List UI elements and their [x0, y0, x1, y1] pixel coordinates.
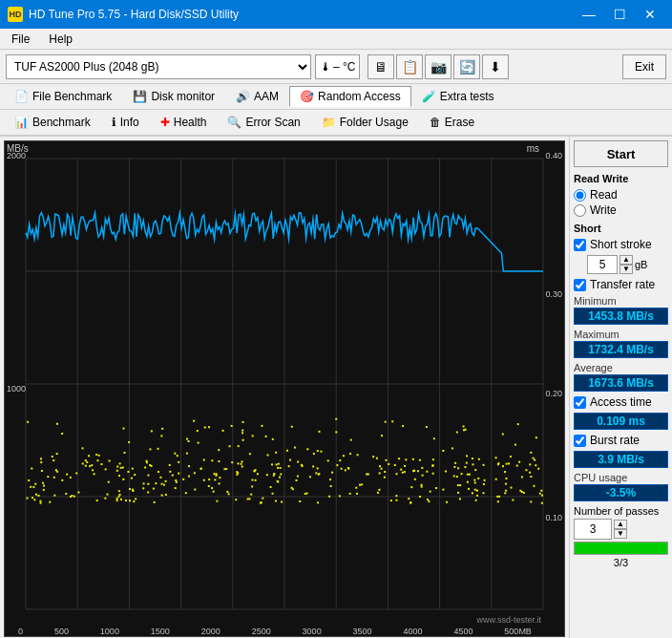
- y-val-ms-040: 0.40: [545, 151, 562, 160]
- y-val-2000: 2000: [7, 151, 26, 160]
- x-label-0: 0: [18, 627, 23, 636]
- drive-select[interactable]: TUF AS2000 Plus (2048 gB): [6, 54, 311, 79]
- toolbar-btn-1[interactable]: 🖥: [368, 54, 394, 79]
- tab-benchmark[interactable]: 📊 Benchmark: [4, 112, 101, 133]
- access-time-label: Access time: [590, 395, 652, 409]
- short-stroke-checkbox-label[interactable]: Short stroke: [574, 238, 668, 251]
- progress-text: 3/3: [574, 557, 668, 568]
- average-value: 1673.6 MB/s: [574, 374, 668, 392]
- extra-tests-icon: 🧪: [422, 90, 436, 103]
- x-label-4000: 4000: [403, 627, 422, 636]
- y-axis-label-ms: ms: [527, 143, 539, 154]
- minimum-value: 1453.8 MB/s: [574, 308, 668, 325]
- x-label-4500: 4500: [453, 627, 472, 636]
- passes-down-button[interactable]: ▼: [614, 529, 627, 539]
- tab-erase-label: Erase: [445, 116, 474, 129]
- chart-canvas: [5, 141, 564, 625]
- write-label: Write: [590, 203, 617, 217]
- close-button[interactable]: ✕: [636, 0, 664, 29]
- temperature-value: – °C: [333, 60, 355, 74]
- radio-write[interactable]: [574, 204, 586, 217]
- main-content: MB/s ms 2000 1000 0.40 0.30 0.20 0.10 0 …: [0, 137, 672, 638]
- toolbar-btn-3[interactable]: 📷: [425, 54, 452, 79]
- passes-input[interactable]: [574, 519, 612, 540]
- minimize-button[interactable]: —: [575, 0, 603, 29]
- tab-disk-monitor[interactable]: 💾 Disk monitor: [122, 86, 225, 107]
- tab-info[interactable]: ℹ Info: [101, 112, 150, 133]
- toolbar-btn-4[interactable]: 🔄: [453, 54, 480, 79]
- maximize-button[interactable]: ☐: [605, 0, 634, 29]
- tab-extra-tests[interactable]: 🧪 Extra tests: [411, 86, 505, 107]
- passes-spin: ▲ ▼: [614, 520, 627, 539]
- tab-disk-monitor-label: Disk monitor: [151, 90, 215, 103]
- tab-extra-tests-label: Extra tests: [440, 90, 494, 103]
- transfer-rate-checkbox[interactable]: [574, 279, 586, 291]
- right-panel: Start Read Write Read Write Short Short …: [569, 137, 672, 638]
- passes-up-button[interactable]: ▲: [614, 520, 627, 529]
- radio-read[interactable]: [574, 189, 586, 202]
- chart-container: MB/s ms 2000 1000 0.40 0.30 0.20 0.10 0 …: [4, 140, 565, 637]
- tab-erase[interactable]: 🗑 Erase: [419, 112, 485, 133]
- tab-random-access[interactable]: 🎯 Random Access: [289, 86, 411, 107]
- stroke-up-button[interactable]: ▲: [620, 255, 633, 265]
- stroke-down-button[interactable]: ▼: [620, 265, 633, 274]
- toolbar-btn-5[interactable]: ⬇: [482, 54, 509, 79]
- tab-health-label: Health: [174, 116, 207, 129]
- stat-maximum: Maximum 1732.4 MB/s: [574, 329, 668, 358]
- radio-read-label[interactable]: Read: [574, 188, 668, 202]
- maximum-label: Maximum: [574, 329, 668, 340]
- tab-file-benchmark[interactable]: 📄 File Benchmark: [4, 86, 122, 107]
- passes-section: Number of passes ▲ ▼ 3/3: [574, 505, 668, 568]
- burst-rate-value: 3.9 MB/s: [574, 451, 668, 468]
- benchmark-icon: 📊: [14, 116, 29, 129]
- tab-file-benchmark-label: File Benchmark: [32, 90, 112, 103]
- toolbar: TUF AS2000 Plus (2048 gB) 🌡 – °C 🖥 📋 📷 🔄…: [0, 50, 672, 84]
- stat-minimum: Minimum 1453.8 MB/s: [574, 295, 668, 325]
- y-val-1000: 1000: [7, 384, 26, 393]
- stat-cpu: CPU usage -3.5%: [574, 472, 668, 501]
- stat-average: Average 1673.6 MB/s: [574, 362, 668, 392]
- progress-bar-outer: [574, 542, 668, 555]
- x-label-1500: 1500: [151, 627, 170, 636]
- start-button[interactable]: Start: [574, 140, 668, 167]
- read-label: Read: [590, 188, 618, 202]
- cpu-usage-value: -3.5%: [574, 484, 668, 501]
- access-time-checkbox-label[interactable]: Access time: [574, 395, 668, 409]
- short-stroke-header: Short: [574, 223, 668, 234]
- exit-button[interactable]: Exit: [622, 54, 666, 79]
- tabs-row-1: 📄 File Benchmark 💾 Disk monitor 🔊 AAM 🎯 …: [0, 84, 672, 110]
- tabs-container: 📄 File Benchmark 💾 Disk monitor 🔊 AAM 🎯 …: [0, 84, 672, 137]
- title-bar-left: HD HD Tune Pro 5.75 - Hard Disk/SSD Util…: [8, 7, 239, 22]
- title-bar-controls[interactable]: — ☐ ✕: [575, 0, 664, 29]
- x-label-3500: 3500: [353, 627, 372, 636]
- x-label-3000: 3000: [303, 627, 322, 636]
- error-scan-icon: 🔍: [227, 116, 242, 129]
- transfer-rate-checkbox-label[interactable]: Transfer rate: [574, 278, 668, 291]
- x-label-500mb: 500MB: [504, 627, 532, 636]
- burst-rate-checkbox-label[interactable]: Burst rate: [574, 434, 668, 447]
- menu-help[interactable]: Help: [41, 31, 80, 48]
- tab-aam-label: AAM: [254, 90, 279, 103]
- radio-write-label[interactable]: Write: [574, 203, 668, 217]
- stroke-row: ▲ ▼ gB: [587, 255, 668, 274]
- random-access-icon: 🎯: [300, 90, 314, 103]
- tab-random-access-label: Random Access: [318, 90, 401, 103]
- stroke-input[interactable]: [587, 255, 618, 274]
- stroke-spin: ▲ ▼: [620, 255, 633, 274]
- access-time-checkbox[interactable]: [574, 396, 586, 409]
- app-icon: HD: [8, 7, 23, 22]
- tab-folder-usage[interactable]: 📁 Folder Usage: [311, 112, 419, 133]
- tab-error-scan-label: Error Scan: [245, 116, 300, 129]
- toolbar-btn-2[interactable]: 📋: [396, 54, 423, 79]
- tab-health[interactable]: ✚ Health: [150, 112, 218, 133]
- burst-rate-checkbox[interactable]: [574, 435, 586, 447]
- transfer-rate-label: Transfer rate: [590, 278, 655, 291]
- short-stroke-checkbox[interactable]: [574, 239, 586, 251]
- menu-file[interactable]: File: [4, 31, 37, 48]
- menu-bar: File Help: [0, 29, 672, 50]
- passes-label: Number of passes: [574, 505, 668, 517]
- tab-aam[interactable]: 🔊 AAM: [225, 86, 289, 107]
- temperature-display: 🌡 – °C: [315, 54, 360, 79]
- tab-error-scan[interactable]: 🔍 Error Scan: [217, 112, 310, 133]
- tabs-row-2: 📊 Benchmark ℹ Info ✚ Health 🔍 Error Scan…: [0, 110, 672, 136]
